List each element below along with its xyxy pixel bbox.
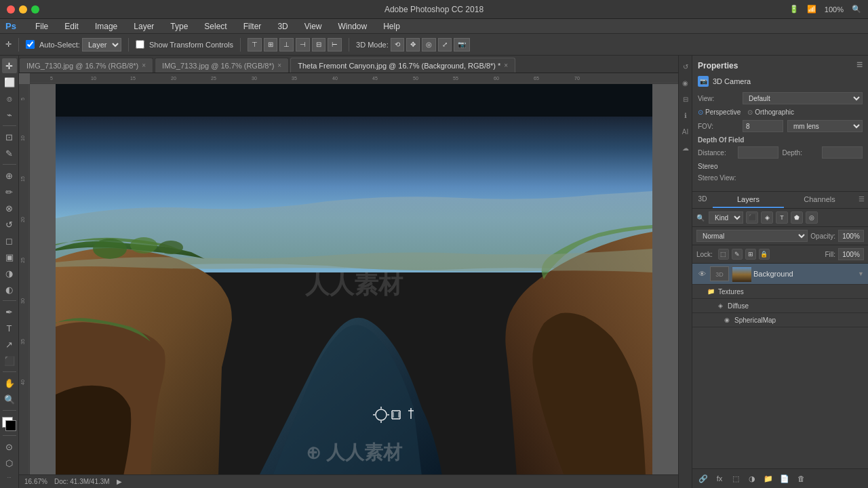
menu-window[interactable]: Window [336, 20, 370, 33]
history-brush-tool[interactable]: ↺ [2, 217, 17, 232]
align-hcenter-btn[interactable]: ⊟ [312, 38, 326, 52]
add-group-btn[interactable]: 📁 [762, 472, 775, 485]
maximize-button[interactable] [31, 5, 39, 14]
3d-zoom-btn[interactable]: ◎ [422, 38, 436, 52]
tab-layers[interactable]: Layers [713, 192, 784, 208]
lasso-tool[interactable]: ⌾ [2, 91, 17, 106]
magic-wand-tool[interactable]: ⌁ [2, 107, 17, 122]
status-arrow[interactable]: ▶ [117, 478, 122, 485]
eraser-tool[interactable]: ◻ [2, 233, 17, 248]
sublayer-sphericalmap[interactable]: ◉ SphericalMap [692, 313, 868, 327]
lock-artboard-btn[interactable]: ⊞ [745, 249, 756, 260]
3d-camera-btn[interactable]: 📷 [454, 38, 470, 52]
path-select-tool[interactable]: ↗ [2, 337, 17, 352]
sublayer-textures[interactable]: 📁 Textures [692, 285, 868, 299]
brush-tool[interactable]: ✏ [2, 184, 17, 199]
mm-lens-select[interactable]: mm lens [787, 120, 863, 132]
color-picker[interactable] [2, 417, 17, 432]
tab-3d[interactable]: 3D [692, 192, 713, 208]
fill-value[interactable]: 100% [838, 248, 864, 260]
new-layer-btn[interactable]: 📄 [778, 472, 791, 485]
crop-tool[interactable]: ⊡ [2, 129, 17, 144]
opacity-value[interactable]: 100% [838, 230, 864, 242]
align-left-btn[interactable]: ⊣ [296, 38, 310, 52]
3d-move-btn[interactable]: ⤢ [438, 38, 452, 52]
adjustments-icon[interactable]: ⊟ [680, 94, 691, 104]
pen-tool[interactable]: ✒ [2, 304, 17, 319]
auto-select-checkbox[interactable] [26, 40, 35, 49]
3d-pan-btn[interactable]: ✥ [406, 38, 420, 52]
color-icon[interactable]: ◉ [680, 77, 691, 88]
menu-select[interactable]: Select [201, 20, 229, 33]
align-vcenter-btn[interactable]: ⊞ [264, 38, 277, 52]
layers-panel-menu[interactable]: ☰ [855, 192, 868, 208]
layer-visibility-eye[interactable]: 👁 [696, 268, 707, 279]
distance-input[interactable] [738, 146, 778, 159]
tab-img7133-close[interactable]: × [277, 62, 281, 69]
lock-pixels-btn[interactable]: ⬚ [718, 249, 729, 260]
filter-kind-select[interactable]: Kind [709, 211, 743, 224]
type-tool[interactable]: T [2, 321, 17, 336]
eyedropper-tool[interactable]: ✎ [2, 146, 17, 161]
blur-tool[interactable]: ◑ [2, 266, 17, 281]
minimize-button[interactable] [19, 5, 27, 14]
layer-effects-btn[interactable]: fx [713, 472, 726, 485]
zoom-tool[interactable]: 🔍 [2, 392, 17, 407]
heal-tool[interactable]: ⊕ [2, 168, 17, 183]
align-top-btn[interactable]: ⊤ [248, 38, 262, 52]
ai-icon[interactable]: AI [680, 126, 691, 137]
quick-mask-tool[interactable]: ⊙ [2, 439, 17, 454]
add-adjustment-btn[interactable]: ◑ [745, 472, 759, 485]
menu-filter[interactable]: Filter [241, 20, 264, 33]
view-select[interactable]: Default [743, 92, 863, 104]
dodge-tool[interactable]: ◐ [2, 282, 17, 297]
3d-rotate-btn[interactable]: ⟲ [391, 38, 404, 52]
close-button[interactable] [7, 5, 15, 14]
show-transform-checkbox[interactable] [136, 40, 144, 49]
tab-theta-close[interactable]: × [504, 62, 508, 69]
menu-image[interactable]: Image [92, 20, 120, 33]
menu-file[interactable]: File [33, 20, 51, 33]
menu-3d[interactable]: 3D [275, 20, 290, 33]
filter-pixel-btn[interactable]: ⬛ [746, 211, 758, 224]
delete-layer-btn[interactable]: 🗑 [794, 472, 808, 485]
stamp-tool[interactable]: ⊗ [2, 201, 17, 216]
move-tool[interactable]: ✛ [2, 58, 17, 73]
filter-type-btn[interactable]: T [776, 211, 788, 224]
perspective-option[interactable]: ⊙ Perspective [698, 108, 741, 116]
link-layers-btn[interactable]: 🔗 [696, 472, 710, 485]
menu-view[interactable]: View [302, 20, 325, 33]
properties-options-icon[interactable]: ☰ [856, 61, 863, 70]
blend-mode-select[interactable]: Normal [696, 230, 808, 242]
more-tools[interactable]: ··· [7, 474, 12, 481]
menu-type[interactable]: Type [167, 20, 191, 33]
tab-img7130-close[interactable]: × [142, 62, 146, 69]
layer-expand-icon[interactable]: ▼ [858, 270, 864, 277]
lock-all-btn[interactable]: 🔒 [759, 249, 770, 260]
tab-img7130[interactable]: IMG_7130.jpg @ 16.7% (RGB/8*) × [19, 58, 153, 73]
layer-background[interactable]: 👁 3D [692, 264, 868, 285]
history-icon[interactable]: ↺ [680, 61, 691, 72]
filter-adj-btn[interactable]: ◈ [761, 211, 773, 224]
tab-img7133[interactable]: IMG_7133.jpg @ 16.7% (RGB/8*) × [155, 58, 289, 73]
add-mask-btn[interactable]: ⬚ [729, 472, 743, 485]
filter-smart-btn[interactable]: ◎ [806, 211, 818, 224]
menu-help[interactable]: Help [380, 20, 403, 33]
tab-channels[interactable]: Channels [784, 192, 855, 208]
menu-edit[interactable]: Edit [62, 20, 81, 33]
orthographic-option[interactable]: ⊙ Orthographic [747, 108, 794, 116]
filter-shape-btn[interactable]: ⬟ [791, 211, 803, 224]
hand-tool[interactable]: ✋ [2, 375, 17, 390]
tab-theta[interactable]: Theta Fremont Canyon.jpg @ 16.7% (Backgr… [290, 58, 515, 73]
sublayer-diffuse[interactable]: ◈ Diffuse [692, 299, 868, 313]
gradient-tool[interactable]: ▣ [2, 249, 17, 264]
fov-input[interactable] [743, 120, 783, 132]
align-bottom-btn[interactable]: ⊥ [279, 38, 294, 52]
auto-select-dropdown[interactable]: Layer [82, 38, 121, 52]
select-rect-tool[interactable]: ⬜ [2, 75, 17, 89]
menu-layer[interactable]: Layer [131, 20, 157, 33]
screen-mode-tool[interactable]: ⬡ [2, 455, 17, 470]
depth-input[interactable] [822, 146, 863, 159]
shape-tool[interactable]: ⬛ [2, 353, 17, 368]
align-right-btn[interactable]: ⊢ [328, 38, 342, 52]
